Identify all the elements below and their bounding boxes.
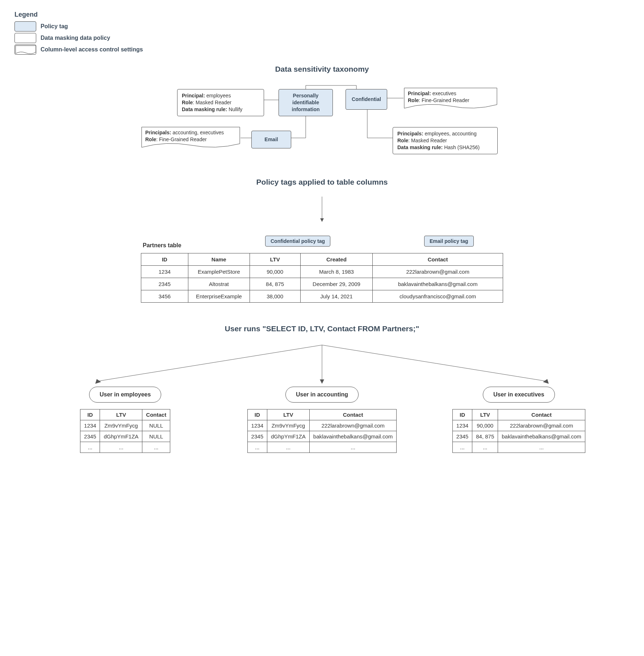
table-row: 3456EnterpriseExample38,000July 14, 2021…: [141, 290, 503, 303]
legend-label: Data masking data policy: [41, 35, 110, 41]
table-row: 2345dGhpYmF1ZAbaklavainthebalkans@gmail.…: [247, 431, 397, 442]
table-row: 1234Zm9vYmFycgNULL: [80, 420, 170, 431]
table-row: .........: [80, 442, 170, 453]
col-created: Created: [300, 253, 373, 266]
table-header-row: ID Name LTV Created Contact: [141, 253, 503, 266]
accounting-result: User in accounting ID LTV Contact 1234Zm…: [229, 387, 415, 453]
svg-marker-14: [543, 379, 549, 384]
query-heading: User runs "SELECT ID, LTV, Contact FROM …: [14, 324, 630, 333]
confidential-tag: Confidential: [346, 89, 387, 110]
role-pill-executives: User in executives: [483, 387, 555, 403]
label: Role: [182, 100, 193, 105]
legend: Legend Policy tag Data masking data poli…: [14, 11, 630, 55]
svg-line-9: [97, 345, 322, 381]
confidential-data-policy: Principals: employees, accounting Role: …: [393, 127, 498, 154]
label: Principal:: [408, 91, 431, 96]
policy-tag-swatch: [14, 21, 36, 31]
partners-table-title: Partners table: [143, 242, 181, 249]
svg-marker-12: [320, 379, 324, 384]
label: Data masking rule:: [397, 144, 443, 150]
pii-tag: Personally identifiable information: [279, 89, 333, 116]
svg-marker-10: [95, 379, 101, 384]
result-arrows: [32, 343, 612, 387]
legend-label: Policy tag: [41, 23, 68, 30]
col-contact: Contact: [373, 253, 503, 266]
col-name: Name: [188, 253, 250, 266]
legend-row-acl: Column-level access control settings: [14, 45, 630, 55]
table-row: 123490,000222larabrown@gmail.com: [452, 420, 585, 431]
email-tag-chip: Email policy tag: [424, 236, 474, 247]
confidential-acl: Principal: executives Role: Fine-Grained…: [403, 87, 498, 111]
taxonomy-diagram: Principal: employees Role: Masked Reader…: [141, 84, 503, 163]
label: Principal:: [182, 93, 205, 98]
label: Data masking rule:: [182, 106, 227, 112]
applied-section: Confidential policy tag Email policy tag…: [141, 197, 503, 303]
partners-table: ID Name LTV Created Contact 1234ExampleP…: [141, 253, 503, 303]
arrow-down-icon: [141, 197, 503, 223]
label: Principals:: [397, 131, 423, 136]
label: Principals:: [145, 130, 171, 135]
employees-table: ID LTV Contact 1234Zm9vYmFycgNULL2345dGh…: [80, 409, 170, 453]
email-tag: Email: [251, 131, 291, 148]
legend-label: Column-level access control settings: [41, 46, 143, 53]
col-ltv: LTV: [250, 253, 300, 266]
label: Role: [397, 138, 408, 143]
table-row: 1234Zm9vYmFycg222larabrown@gmail.com: [247, 420, 397, 431]
employees-result: User in employees ID LTV Contact 1234Zm9…: [32, 387, 218, 453]
legend-row-policy: Data masking data policy: [14, 33, 630, 43]
data-policy-swatch: [14, 33, 36, 43]
applied-heading: Policy tags applied to table columns: [14, 178, 630, 186]
label: Role: [145, 136, 156, 142]
table-row: .........: [247, 442, 397, 453]
taxonomy-heading: Data sensitivity taxonomy: [14, 65, 630, 73]
legend-row-tag: Policy tag: [14, 21, 630, 31]
label: Role: [408, 97, 419, 103]
legend-title: Legend: [14, 11, 630, 18]
col-id: ID: [141, 253, 188, 266]
table-row: 2345Altostrat84, 875December 29, 2009bak…: [141, 278, 503, 290]
confidential-tag-chip: Confidential policy tag: [265, 236, 330, 247]
table-row: .........: [452, 442, 585, 453]
email-acl: Principals: accounting, executives Role:…: [141, 126, 241, 150]
results-row: User in employees ID LTV Contact 1234Zm9…: [32, 387, 612, 453]
role-pill-employees: User in employees: [89, 387, 161, 403]
svg-line-13: [322, 345, 547, 381]
table-row: 2345dGhpYmF1ZANULL: [80, 431, 170, 442]
accounting-table: ID LTV Contact 1234Zm9vYmFycg222larabrow…: [247, 409, 397, 453]
executives-table: ID LTV Contact 123490,000222larabrown@gm…: [452, 409, 585, 453]
role-pill-accounting: User in accounting: [285, 387, 359, 403]
table-row: 1234ExamplePetStore90,000March 8, 198322…: [141, 266, 503, 278]
svg-marker-8: [320, 218, 324, 222]
acl-swatch: [14, 45, 36, 55]
table-row: 234584, 875baklavainthebalkans@gmail.com: [452, 431, 585, 442]
executives-result: User in executives ID LTV Contact 123490…: [426, 387, 612, 453]
pii-data-policy: Principal: employees Role: Masked Reader…: [177, 89, 264, 116]
